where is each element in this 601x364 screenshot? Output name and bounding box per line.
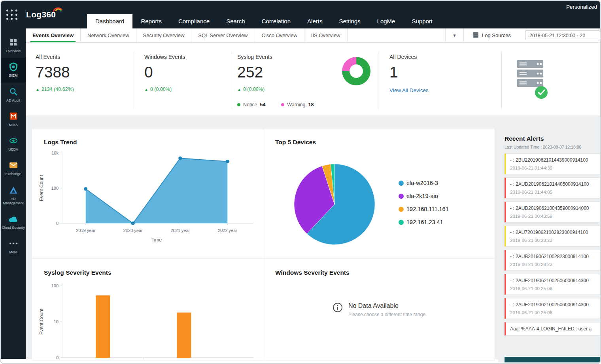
tab-iis-overview[interactable]: IIS Overview	[304, 28, 348, 42]
alert-text: Aaa: %AAA-4-LOGIN_FAILED : user a	[510, 326, 596, 332]
nav-tab-dashboard[interactable]: Dashboard	[87, 14, 132, 28]
alert-item[interactable]: Aaa: %AAA-4-LOGIN_FAILED : user a	[505, 322, 600, 336]
svg-text:Event Count: Event Count	[39, 308, 44, 335]
stat-delta-text: 0 (0.00%)	[150, 87, 172, 92]
legend-item-ela-2k19-aio: ela-2k19-aio	[399, 193, 449, 199]
view-all-devices-link[interactable]: View All Devices	[389, 87, 429, 93]
chart-title: Windows Severity Events	[263, 259, 495, 276]
alert-time: 2019-06-21 00:43:59	[510, 214, 596, 219]
alert-item[interactable]: - : 2AU7201906210028230009141002019-06-2…	[505, 226, 600, 247]
tab-events-overview[interactable]: Events Overview	[26, 28, 81, 42]
alert-item[interactable]: - : 2AUD201906210043590009140002019-06-2…	[505, 202, 600, 223]
svg-text:Event Count: Event Count	[39, 175, 44, 201]
chevron-down-icon: ▾	[453, 32, 456, 38]
all-events-stat: All Events 7388 ▲ 2134 (40.62%)	[36, 54, 74, 92]
syslog-severity-bar-chart: 010100Event Count	[37, 276, 263, 360]
log-sources-label: Log Sources	[482, 32, 511, 38]
all-devices-stat: All Devices 1 View All Devices	[389, 54, 429, 93]
alert-item[interactable]: - : 2AUB201906210028230009141002019-06-2…	[505, 250, 600, 271]
no-data-message: No Data Available Please choose a differ…	[263, 302, 495, 317]
main-nav: DashboardReportsComplianceSearchCorrelat…	[87, 14, 441, 28]
svg-text:100: 100	[51, 283, 59, 288]
sidebar-item-m365[interactable]: M365	[1, 107, 26, 132]
nav-tab-compliance[interactable]: Compliance	[170, 14, 218, 28]
alert-text: - : 2AU720190621002823000914100	[510, 230, 596, 235]
alert-text: - : 2AUE20190621002506000914300	[510, 278, 596, 283]
legend-label: ela-2k19-aio	[406, 193, 438, 199]
alert-item[interactable]: - : 2AUE201906210025060009143002019-06-2…	[505, 274, 600, 295]
divider	[501, 51, 502, 109]
check-icon	[535, 86, 548, 99]
stat-label: Syslog Events	[237, 54, 272, 60]
alert-item[interactable]: - : 2AUD201906210144050009141002019-06-2…	[505, 177, 600, 198]
syslog-donut-legend: Notice 54Warning 18	[237, 102, 314, 108]
svg-text:0: 0	[56, 355, 59, 360]
syslog-severity-card: Syslog Severity Events 010100Event Count	[32, 259, 263, 360]
alert-time: 2019-06-21 01:44:05	[510, 190, 596, 194]
nav-tab-logme[interactable]: LogMe	[369, 14, 404, 28]
alert-text: - : 2AUB20190621002823000914100	[510, 254, 596, 259]
log-sources-button[interactable]: Log Sources	[463, 28, 520, 42]
apps-grid-icon[interactable]	[6, 9, 18, 21]
nav-tab-correlation[interactable]: Correlation	[253, 14, 299, 28]
alert-text: - : 2BU220190621014439000914100	[510, 157, 596, 163]
nav-tab-reports[interactable]: Reports	[132, 14, 170, 28]
sidebar-item-ad-audit[interactable]: AD Audit	[1, 83, 26, 107]
tab-network-overview[interactable]: Network Overview	[81, 28, 136, 42]
stat-delta: ▲ 0 (0.00%)	[144, 87, 185, 92]
info-icon	[333, 302, 343, 314]
sidebar-item-more[interactable]: More	[1, 234, 26, 259]
top5-devices-card: Top 5 Devices ela-w2016-3ela-2k19-aio192…	[263, 128, 495, 259]
app-window: Log360 Personalized DashboardReportsComp…	[0, 0, 601, 364]
alerts-footer-bar	[505, 357, 600, 362]
alert-time: 2019-06-21 00:25:06	[510, 310, 596, 315]
legend-item-192-161-23-41: 192.161.23.41	[399, 219, 449, 225]
tab-security-overview[interactable]: Security Overview	[136, 28, 192, 42]
no-data-subtitle: Please choose a different time range	[348, 312, 425, 317]
stat-value: 1	[389, 64, 429, 81]
stat-delta-text: 0 (0.00%)	[243, 87, 265, 92]
legend-dot	[399, 194, 404, 199]
sidebar-item-siem[interactable]: SIEM	[1, 58, 26, 82]
cloud-security-icon	[8, 214, 19, 224]
sidebar-item-label: SIEM	[9, 74, 17, 78]
up-triangle-icon: ▲	[36, 87, 40, 92]
windows-events-stat: Windows Events 0 ▲ 0 (0.00%)	[144, 54, 185, 92]
nav-tab-support[interactable]: Support	[403, 14, 441, 28]
legend-item-warning: Warning 18	[281, 102, 314, 108]
top5-devices-legend: ela-w2016-3ela-2k19-aio192.168.111.16119…	[399, 180, 449, 225]
up-triangle-icon: ▲	[237, 87, 241, 92]
sidebar-item-overview[interactable]: Overview	[1, 33, 26, 58]
eye-icon	[9, 136, 18, 145]
syslog-donut-chart	[342, 57, 370, 85]
log-sources-icon	[472, 32, 479, 39]
legend-dot	[399, 181, 404, 186]
server-rack-icon	[515, 55, 551, 100]
shield-icon	[9, 62, 18, 72]
logs-trend-card: Logs Trend 010010k2019 year2020 year2021…	[32, 128, 263, 259]
nav-tab-search[interactable]: Search	[218, 14, 253, 28]
nav-tab-settings[interactable]: Settings	[331, 14, 369, 28]
svg-text:2021 year: 2021 year	[170, 228, 190, 233]
date-range-picker[interactable]: 2018-05-21 12:30:00 - 20	[525, 30, 600, 40]
legend-label: 192.161.23.41	[406, 219, 443, 225]
sidebar-item-ueba[interactable]: UEBA	[1, 132, 26, 156]
personalized-menu[interactable]: Personalized	[566, 4, 597, 10]
subtab-controls: ▾ Log Sources 2018-05-21 12:30:00 - 20	[445, 28, 600, 42]
legend-item-notice: Notice 54	[237, 102, 265, 108]
stat-label: Windows Events	[144, 54, 185, 60]
alert-item[interactable]: - : 2AUE201906210025060009143002019-06-2…	[505, 298, 600, 319]
tab-cisco-overview[interactable]: Cisco Overview	[255, 28, 304, 42]
chart-title: Logs Trend	[32, 128, 263, 146]
tab-sql-server-overview[interactable]: SQL Server Overview	[191, 28, 255, 42]
svg-text:10: 10	[54, 319, 59, 324]
alert-item[interactable]: - : 2BU2201906210144390009141002019-06-2…	[505, 153, 600, 174]
stat-value: 252	[237, 64, 272, 81]
sidebar-item-ad-management[interactable]: AD Management	[1, 181, 26, 210]
more-tabs-dropdown[interactable]: ▾	[445, 28, 463, 42]
stat-value: 7388	[36, 64, 74, 81]
sidebar-item-cloud-security[interactable]: Cloud Security	[1, 210, 26, 234]
sidebar-item-exchange[interactable]: Exchange	[1, 156, 26, 181]
nav-tab-alerts[interactable]: Alerts	[299, 14, 331, 28]
recent-alerts-panel: Recent Alerts Last Updated Time : 2023-0…	[498, 128, 600, 362]
